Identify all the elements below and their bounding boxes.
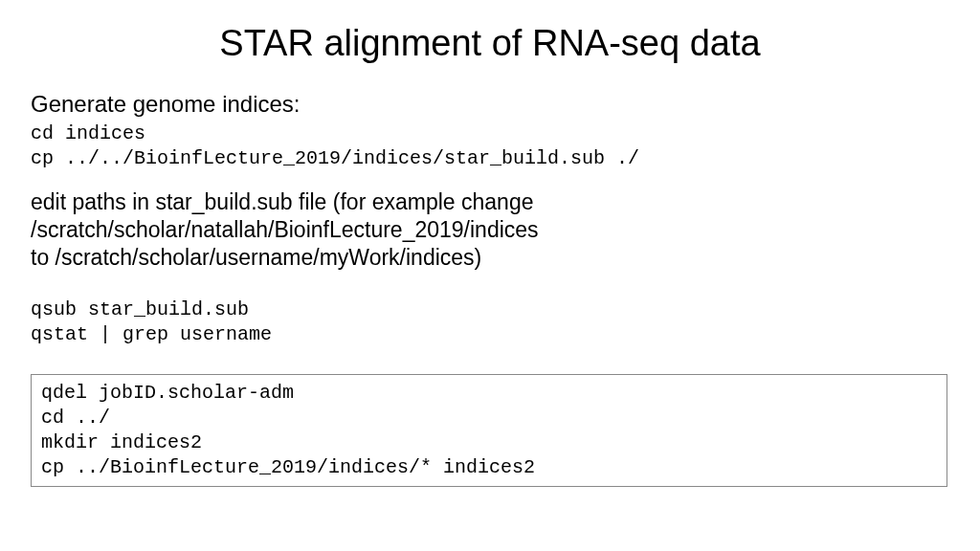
slide-title: STAR alignment of RNA-seq data bbox=[31, 23, 949, 64]
code-line: cd indices bbox=[31, 121, 949, 146]
code-line: qsub star_build.sub bbox=[31, 298, 949, 322]
code-line: cd ../ bbox=[41, 406, 937, 430]
slide-content: STAR alignment of RNA-seq data Generate … bbox=[0, 0, 980, 487]
body-line: edit paths in star_build.sub file (for e… bbox=[31, 188, 949, 244]
code-line: cp ../../BioinfLecture_2019/indices/star… bbox=[31, 146, 949, 171]
code-box: qdel jobID.scholar-adm cd ../ mkdir indi… bbox=[31, 374, 947, 487]
code-line: qdel jobID.scholar-adm bbox=[41, 381, 937, 406]
code-line: mkdir indices2 bbox=[41, 430, 937, 455]
body-paragraph: edit paths in star_build.sub file (for e… bbox=[31, 188, 949, 271]
code-block-1: cd indices cp ../../BioinfLecture_2019/i… bbox=[31, 121, 949, 171]
code-line: qstat | grep username bbox=[31, 322, 949, 347]
code-line: cp ../BioinfLecture_2019/indices/* indic… bbox=[41, 455, 937, 480]
code-block-2: qsub star_build.sub qstat | grep usernam… bbox=[31, 298, 949, 347]
section-heading: Generate genome indices: bbox=[31, 91, 949, 118]
body-line: to /scratch/scholar/username/myWork/indi… bbox=[31, 244, 949, 272]
